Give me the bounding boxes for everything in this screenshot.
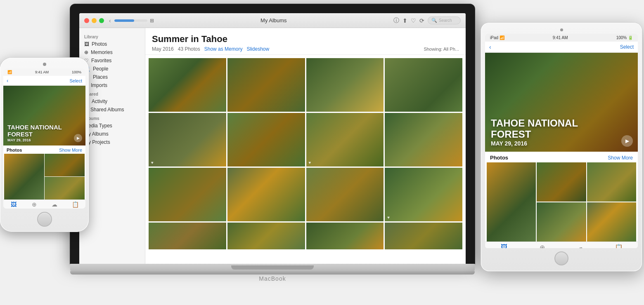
photo-cell[interactable] [227,58,305,112]
iphone-photos-section-header: Photos Show More [3,145,85,154]
ipad-tab-albums[interactable]: 📋 Albums [600,244,638,248]
mac-toolbar-right: ⓘ ⬆ ♡ ⟳ 🔍 Search [393,16,461,24]
iphone-tab-photos[interactable]: 🖼 Photos [3,201,24,209]
iphone-tab-albums[interactable]: 📋 Albums [65,201,85,209]
iphone-memory-title-text: TAHOE NATIONALFOREST [7,124,62,138]
sidebar-item-my-albums[interactable]: My Albums [79,130,145,138]
ipad-tab-memories[interactable]: ⊕ Memories [523,244,562,248]
sidebar-item-media-types[interactable]: Media Types [79,122,145,130]
iphone-select-button[interactable]: Select [69,78,82,83]
iphone-back-button[interactable]: ‹ [7,77,8,84]
sidebar-item-people[interactable]: 👤 People [79,65,145,73]
sidebar-item-photos[interactable]: 🖼 Photos [79,40,145,48]
ipad: iPad 📶 9:41 AM 100% 🔋 ‹ Select TAHOE NAT… [481,23,642,271]
iphone-tab-memories[interactable]: ⊕ Memories [24,201,45,209]
sidebar-item-my-projects[interactable]: My Projects [79,138,145,146]
sidebar-item-shared-albums[interactable]: ▶ Shared Albums [79,106,145,114]
ipad-photo[interactable] [537,162,586,202]
mac-minimize-button[interactable] [92,18,97,23]
ipad-back-button[interactable]: ‹ [489,44,491,50]
info-icon[interactable]: ⓘ [393,17,399,24]
photo-cell[interactable] [227,223,305,249]
photos-icon: 🖼 [84,41,89,47]
mac-maximize-button[interactable] [99,18,104,23]
ipad-photo[interactable] [587,202,636,242]
macbook: ‹ ⊞ My Albums ⓘ ⬆ ♡ ⟳ 🔍 Search [70,4,475,293]
iphone-memory-card[interactable]: TAHOE NATIONALFOREST MAY 29, 2016 ▶ [3,86,85,145]
iphone-status-bar: 📶 9:41 AM 100% [3,68,85,76]
macbook-base [70,264,475,271]
albums-tab-icon: 📋 [72,201,79,208]
photo-cell[interactable] [306,223,384,249]
heart-overlay-icon: ♥ [387,215,390,220]
mac-content: Library 🖼 Photos ⊕ Memories ♡ Favorites [79,28,466,264]
mac-show-as-memory-link[interactable]: Show as Memory [204,46,243,52]
sidebar-item-imports-label: Imports [91,82,107,88]
macbook-foot [70,271,475,274]
photo-cell[interactable]: ♥ [149,113,226,167]
photo-cell[interactable] [149,223,226,249]
ipad-show-more-button[interactable]: Show More [608,155,633,161]
sidebar-item-favorites-label: Favorites [91,58,111,63]
ipad-tab-bar: 🖼 Photos ⊕ Memories ☁ Shared 📋 Albums [485,242,638,248]
ipad-tab-photos[interactable]: 🖼 Photos [485,244,523,248]
mac-slideshow-link[interactable]: Slideshow [246,46,269,52]
sidebar-item-activity[interactable]: ☁ Activity [79,97,145,106]
photo-cell[interactable]: ♥ [306,113,384,167]
mac-window-title: My Albums [154,17,393,23]
mac-search-box[interactable]: 🔍 Search [428,16,461,24]
ipad-photos-tab-icon: 🖼 [501,244,507,248]
iphone-tab-shared[interactable]: ☁ Shared [45,201,65,209]
ipad-home-button[interactable] [554,251,568,265]
ipad-memory-card[interactable]: TAHOE NATIONALFOREST MAY 29, 2016 ▶ [485,53,638,152]
mac-album-meta: May 2016 43 Photos Show as Memory Slides… [152,46,459,52]
iphone-home-button[interactable] [37,212,52,227]
iphone-battery: 100% [72,70,81,74]
mac-sidebar: Library 🖼 Photos ⊕ Memories ♡ Favorites [79,28,145,264]
search-icon: 🔍 [431,18,437,23]
ipad-photo-tall[interactable] [487,162,536,242]
sidebar-item-places[interactable]: 📍 Places [79,73,145,81]
photo-cell[interactable] [385,113,462,167]
photo-cell[interactable] [149,168,226,221]
iphone-memory-date: MAY 29, 2016 [7,138,62,142]
share-icon[interactable]: ⬆ [402,17,407,24]
memories-tab-icon: ⊕ [32,201,37,208]
macbook-screen: ‹ ⊞ My Albums ⓘ ⬆ ♡ ⟳ 🔍 Search [79,13,466,264]
ipad-tab-shared[interactable]: ☁ Shared [561,244,600,248]
photo-cell[interactable] [306,58,384,112]
sidebar-item-memories[interactable]: ⊕ Memories [79,48,145,56]
photo-cell[interactable]: ♥ [385,168,462,221]
photo-cell[interactable] [227,168,305,221]
sidebar-library-label: Library [79,32,145,40]
iphone-time: 9:41 AM [35,70,49,74]
heart-icon[interactable]: ♡ [411,17,416,24]
ipad-play-button[interactable]: ▶ [621,135,633,147]
iphone-photo[interactable] [45,154,85,176]
iphone-photo[interactable] [45,177,85,199]
macbook-screen-bezel: ‹ ⊞ My Albums ⓘ ⬆ ♡ ⟳ 🔍 Search [70,4,475,264]
mac-app: ‹ ⊞ My Albums ⓘ ⬆ ♡ ⟳ 🔍 Search [79,13,466,264]
iphone-photo-tall[interactable] [4,154,44,199]
ipad-camera [560,28,563,31]
photo-cell[interactable] [385,58,462,112]
macbook-label: MacBook [70,275,475,282]
sidebar-item-favorites[interactable]: ♡ Favorites [79,56,145,65]
macbook-notch [231,265,314,270]
sidebar-item-memories-label: Memories [91,49,113,55]
sidebar-item-imports[interactable]: ⊕ Imports [79,81,145,89]
iphone-show-more-button[interactable]: Show More [59,148,82,152]
photo-cell[interactable] [306,168,384,221]
photo-cell[interactable] [149,58,226,112]
iphone-play-button[interactable]: ▶ [74,134,82,142]
mac-traffic-lights [84,18,104,23]
ipad-photo[interactable] [587,162,636,202]
ipad-photo[interactable] [537,202,586,242]
mac-back-arrow[interactable]: ‹ [109,17,111,24]
mac-close-button[interactable] [84,18,89,23]
rotate-icon[interactable]: ⟳ [419,17,424,24]
ipad-select-button[interactable]: Select [620,44,634,50]
mac-album-showing: Showing: All Ph... [424,47,459,52]
photo-cell[interactable] [385,223,462,249]
photo-cell[interactable] [227,113,305,167]
